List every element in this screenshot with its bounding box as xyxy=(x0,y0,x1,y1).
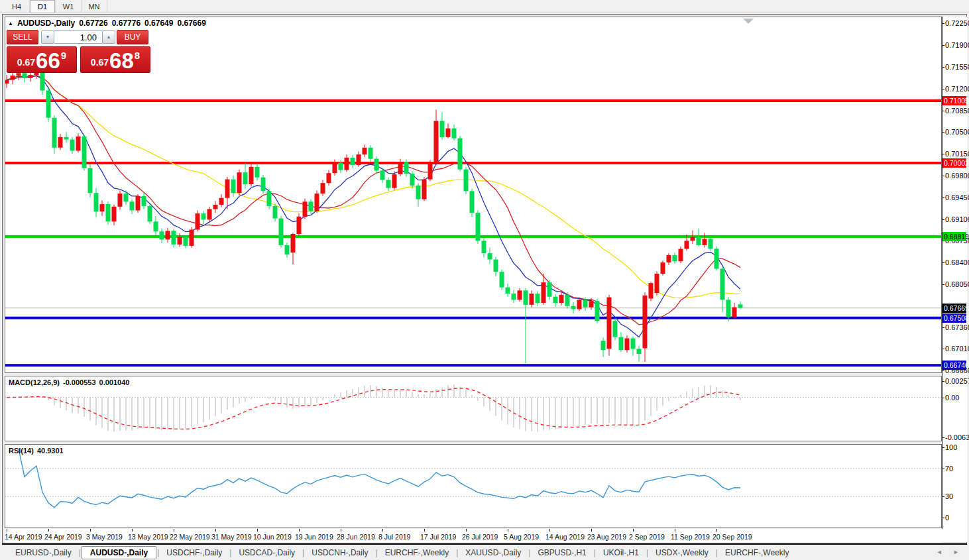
date-tick xyxy=(675,529,675,532)
macd-axis-tick: 0.00 xyxy=(945,394,959,402)
date-label: 14 Apr 2019 xyxy=(5,533,42,541)
buy-price-button[interactable]: 0.67688 xyxy=(80,46,150,73)
macd-chart-canvas[interactable] xyxy=(5,376,942,441)
date-label: 19 Jun 2019 xyxy=(295,533,333,541)
one-click-collapse-icon[interactable]: ▲ xyxy=(8,21,13,27)
tab-separator: | xyxy=(376,548,378,557)
ohlc-low: 0.67649 xyxy=(144,19,173,28)
date-tick xyxy=(132,529,133,532)
current-price-badge: 0.67669 xyxy=(942,304,966,313)
date-label: 31 May 2019 xyxy=(211,533,252,541)
price-axis-tick: 0.69800 xyxy=(945,172,969,180)
date-tick xyxy=(257,529,258,532)
chart-tab-eurchf-weekly[interactable]: EURCHF-,Weekly xyxy=(718,547,795,559)
date-label: 17 Jul 2019 xyxy=(420,533,456,541)
date-label: 26 Jul 2019 xyxy=(462,533,498,541)
sell-price-prefix: 0.67 xyxy=(17,57,35,68)
rsi-pane[interactable] xyxy=(5,444,942,528)
buy-price-prefix: 0.67 xyxy=(91,57,109,68)
lot-size-input[interactable] xyxy=(54,30,102,44)
tab-separator: | xyxy=(646,548,648,557)
timeframe-button-w1[interactable]: W1 xyxy=(56,0,82,13)
price-axis-tick: 0.70150 xyxy=(945,150,969,158)
chart-tab-xauusd-daily[interactable]: XAUUSD-,Daily xyxy=(459,547,528,559)
rsi-axis-tick: 70 xyxy=(945,465,953,473)
price-axis: 0.722500.719000.715500.712000.708500.705… xyxy=(942,17,967,542)
date-tick xyxy=(549,529,550,532)
tab-scroll-left-icon[interactable]: ◄ xyxy=(937,549,942,555)
chart-tab-usdcnh-daily[interactable]: USDCNH-,Daily xyxy=(305,547,374,559)
price-axis-tick: 0.68400 xyxy=(945,258,969,266)
lot-decrease-button[interactable]: ▼ xyxy=(41,30,54,44)
price-axis-tick: 0.70500 xyxy=(945,128,969,136)
date-label: 5 Aug 2019 xyxy=(504,533,539,541)
timeframe-button-d1[interactable]: D1 xyxy=(30,0,56,13)
symbol-name: AUDUSD-,Daily xyxy=(17,19,75,28)
chart-tab-usdchf-daily[interactable]: USDCHF-,Daily xyxy=(160,547,229,559)
sell-price-big: 66 xyxy=(36,50,60,72)
macd-pane[interactable] xyxy=(5,376,942,441)
macd-name: MACD(12,26,9) xyxy=(9,378,60,386)
tab-separator: | xyxy=(157,548,159,557)
price-axis-tick: 0.71550 xyxy=(945,63,969,71)
rsi-chart-canvas[interactable] xyxy=(5,444,942,528)
price-axis-tick: 0.69450 xyxy=(945,194,969,201)
date-tick xyxy=(716,529,717,532)
date-tick xyxy=(591,529,592,532)
rsi-label: RSI(14)40.9301 xyxy=(9,447,67,455)
macd-main-value: -0.000553 xyxy=(63,378,96,386)
sell-price-button[interactable]: 0.67669 xyxy=(7,46,77,73)
macd-axis-tick: 0.002574 xyxy=(945,377,969,385)
price-axis-tick: 0.72250 xyxy=(945,19,969,27)
chart-tab-ukoil-h1[interactable]: UKOil-,H1 xyxy=(597,547,646,559)
tab-separator: | xyxy=(528,548,530,557)
tab-scroll-buttons: ◄ ► xyxy=(927,549,959,555)
date-label: 14 Aug 2019 xyxy=(545,533,585,541)
timeframe-toolbar: H4D1W1MN xyxy=(0,0,969,13)
date-label: 3 May 2019 xyxy=(86,533,123,541)
level-price-badge: 0.68819 xyxy=(942,232,966,241)
timeframe-button-mn[interactable]: MN xyxy=(82,0,107,13)
level-price-badge: 0.67508 xyxy=(942,313,966,323)
tab-separator: | xyxy=(79,548,81,557)
rsi-name: RSI(14) xyxy=(9,447,34,455)
lot-increase-button[interactable]: ▲ xyxy=(102,30,115,44)
chart-tab-gbpusd-h1[interactable]: GBPUSD-,H1 xyxy=(531,547,593,559)
date-tick xyxy=(90,529,91,532)
chart-tab-eurchf-weekly[interactable]: EURCHF-,Weekly xyxy=(378,547,455,559)
chart-tab-eurusd-daily[interactable]: EURUSD-,Daily xyxy=(9,547,78,559)
level-price-badge: 0.71005 xyxy=(942,96,966,105)
date-axis: 14 Apr 201924 Apr 20193 May 201913 May 2… xyxy=(5,529,942,543)
date-label: 22 May 2019 xyxy=(170,533,210,541)
date-tick xyxy=(382,529,383,532)
rsi-value: 40.9301 xyxy=(37,447,64,455)
date-tick xyxy=(341,529,341,532)
timeframe-button-h4[interactable]: H4 xyxy=(4,0,30,13)
chart-tab-usdcad-daily[interactable]: USDCAD-,Daily xyxy=(232,547,302,559)
price-axis-tick: 0.67010 xyxy=(945,345,969,353)
tab-separator: | xyxy=(456,548,458,557)
chart-tab-audusd-daily[interactable]: AUDUSD-,Daily xyxy=(82,546,156,559)
chart-tab-usdx-weekly[interactable]: USDX-,Weekly xyxy=(649,547,715,559)
date-label: 23 Aug 2019 xyxy=(587,533,626,541)
date-tick xyxy=(424,529,425,532)
rsi-axis-tick: 100 xyxy=(945,443,957,451)
tab-separator: | xyxy=(302,548,304,557)
spinner-down-icon: ▼ xyxy=(46,34,50,39)
price-axis-tick: 0.70850 xyxy=(945,107,969,115)
sell-price-pip: 9 xyxy=(61,50,66,61)
date-label: 24 Apr 2019 xyxy=(44,533,82,541)
spinner-up-icon: ▲ xyxy=(107,34,111,39)
buy-button[interactable]: BUY xyxy=(117,30,148,44)
chart-title: ▲AUDUSD-,Daily0.677260.677760.676490.676… xyxy=(8,19,206,28)
chart-tabbar: EURUSD-,Daily|AUDUSD-,Daily|USDCHF-,Dail… xyxy=(2,543,967,560)
macd-signal-value: 0.001040 xyxy=(99,378,130,386)
price-axis-tick: 0.69100 xyxy=(945,215,969,223)
level-price-badge: 0.70002 xyxy=(942,158,966,168)
ohlc-close: 0.67669 xyxy=(177,19,205,28)
date-tick xyxy=(466,529,467,532)
sell-button[interactable]: SELL xyxy=(7,30,38,44)
rsi-axis-tick: 0 xyxy=(945,514,949,522)
tab-scroll-right-icon[interactable]: ► xyxy=(953,549,959,555)
mt4-window: H4D1W1MN MACD(12,26,9)-0.0005530.001040 … xyxy=(0,0,969,560)
